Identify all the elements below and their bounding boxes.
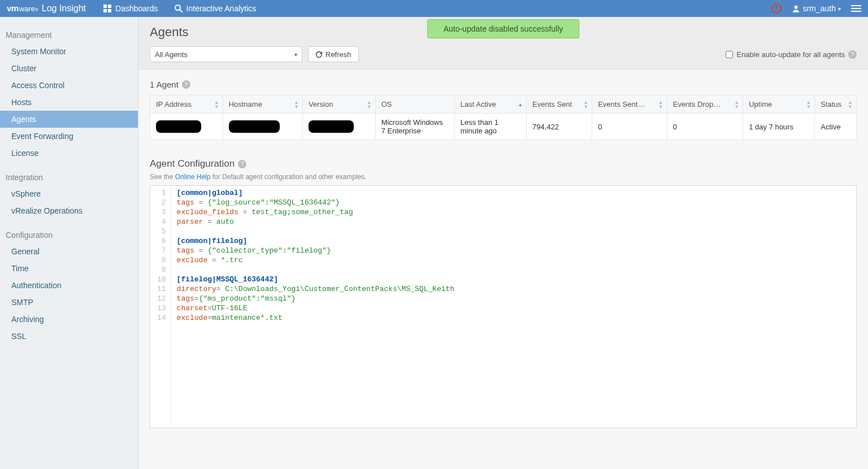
col-eventssent[interactable]: Events Sent▲▼ [527, 95, 592, 114]
user-menu[interactable]: srm_auth ▾ [792, 4, 841, 13]
sidebar-item-authentication[interactable]: Authentication [0, 277, 138, 294]
code-l3v: test_tag;some_other_tag [251, 208, 353, 216]
sidebar-item-agents[interactable]: Agents [0, 111, 138, 128]
svg-rect-2 [103, 9, 107, 12]
help-icon[interactable]: ? [182, 80, 190, 89]
cell-events-sent2: 0 [592, 114, 667, 140]
brand-ware: ware [19, 5, 35, 13]
sidebar-item-access-control[interactable]: Access Control [0, 77, 138, 94]
refresh-icon [315, 51, 323, 58]
nav-analytics-label: Interactive Analytics [186, 4, 257, 13]
sidebar-item-archiving[interactable]: Archiving [0, 311, 138, 328]
brand-logo: vmware® Log Insight [7, 3, 86, 14]
code-l12v: {"ms_product":"mssql"} [199, 294, 296, 303]
nav-dashboards[interactable]: Dashboards [103, 4, 158, 13]
code-l11k: directory [177, 285, 216, 293]
col-eventsdrop[interactable]: Events Drop…▲▼ [667, 95, 743, 114]
sort-icon: ▲▼ [294, 100, 299, 109]
code-l8k: exclude [177, 256, 208, 264]
code-l6: [common|filelog] [177, 237, 248, 245]
sidebar-item-hosts[interactable]: Hosts [0, 94, 138, 111]
code-l13k: charset [177, 304, 208, 312]
brand-reg: ® [35, 7, 38, 12]
cell-status: Active [815, 114, 857, 140]
agent-count: 1 Agent [150, 80, 179, 89]
sidebar-item-vrealize[interactable]: vRealize Operations [0, 202, 138, 219]
nav-analytics[interactable]: Interactive Analytics [174, 4, 257, 13]
editor-code[interactable]: [common|global] tags = {"log_source":"MS… [171, 186, 461, 428]
code-l12k: tags [177, 294, 194, 303]
caret-down-icon: ▾ [838, 6, 841, 12]
code-l2v: {"log_source":"MSSQL_1636442"} [207, 198, 340, 207]
svg-rect-0 [103, 5, 107, 8]
main: Auto-update disabled successfully Agents… [138, 17, 868, 469]
table-row[interactable]: Microsoft Windows 7 Enterprise Less than… [150, 114, 857, 140]
hamburger-menu[interactable] [851, 3, 861, 14]
code-l4v: auto [216, 218, 234, 226]
col-version-label: Version [309, 100, 333, 108]
sidebar-item-cluster[interactable]: Cluster [0, 60, 138, 77]
sidebar-item-smtp[interactable]: SMTP [0, 294, 138, 311]
dashboard-icon [103, 4, 112, 13]
sidebar-item-general[interactable]: General [0, 243, 138, 260]
col-eventssent2[interactable]: Events Sent…▲▼ [592, 95, 667, 114]
auto-update-label: Enable auto-update for all agents [736, 50, 845, 59]
redacted-ip [156, 120, 201, 133]
code-l4k: parser [177, 218, 203, 226]
sidebar-group-configuration: Configuration [0, 227, 138, 243]
help-icon[interactable]: ? [848, 50, 857, 59]
col-ip[interactable]: IP Address▲▼ [150, 95, 223, 114]
cell-os: Microsoft Windows 7 Enterprise [375, 114, 454, 140]
refresh-button[interactable]: Refresh [308, 46, 359, 62]
help-icon[interactable]: ? [238, 160, 246, 168]
svg-rect-3 [108, 9, 111, 12]
col-os[interactable]: OS [375, 95, 454, 114]
code-l13v: UTF-16LE [212, 304, 247, 312]
sort-icon: ▲▼ [806, 100, 811, 109]
col-hostname[interactable]: Hostname▲▼ [223, 95, 302, 114]
sidebar-group-integration: Integration [0, 170, 138, 185]
code-l1: [common|global] [177, 189, 243, 197]
refresh-label: Refresh [326, 50, 351, 59]
sort-icon: ▲▼ [367, 100, 372, 109]
cell-events-sent: 794,422 [527, 114, 592, 140]
code-l10: [filelog|MSSQL_1636442] [177, 275, 278, 284]
cell-uptime: 1 day 7 hours [743, 114, 815, 140]
agent-config-title: Agent Configuration [150, 158, 235, 170]
agent-filter-dropdown[interactable]: All Agents ▾ [150, 46, 302, 62]
nav-dashboards-label: Dashboards [115, 4, 158, 13]
cell-events-drop: 0 [667, 114, 743, 140]
auto-update-checkbox[interactable] [726, 51, 733, 58]
redacted-version [309, 120, 354, 133]
agents-table: IP Address▲▼ Hostname▲▼ Version▲▼ OS Las… [150, 95, 857, 140]
col-eventssent-label: Events Sent [532, 100, 572, 108]
svg-line-5 [180, 10, 183, 12]
sidebar-item-vsphere[interactable]: vSphere [0, 185, 138, 202]
col-os-label: OS [381, 100, 392, 108]
sidebar-item-system-monitor[interactable]: System Monitor [0, 43, 138, 60]
col-uptime-label: Uptime [749, 100, 772, 108]
sidebar-item-ssl[interactable]: SSL [0, 328, 138, 345]
code-l11v: C:\Downloads_Yogi\Customer_ContentPacks\… [225, 285, 454, 293]
config-editor[interactable]: 1234567891011121314 [common|global] tags… [150, 185, 857, 428]
sub-post: for Default agent configuration and othe… [210, 173, 366, 181]
sort-icon: ▲▼ [214, 100, 219, 109]
sidebar-item-license[interactable]: License [0, 145, 138, 162]
search-icon [174, 4, 183, 13]
col-version[interactable]: Version▲▼ [303, 95, 376, 114]
col-ip-label: IP Address [156, 100, 192, 108]
col-uptime[interactable]: Uptime▲▼ [743, 95, 815, 114]
sidebar-item-time[interactable]: Time [0, 260, 138, 277]
online-help-link[interactable]: Online Help [175, 173, 211, 181]
alert-icon[interactable]: ! [771, 3, 782, 14]
col-lastactive[interactable]: Last Active▲ [454, 95, 526, 114]
editor-gutter: 1234567891011121314 [150, 186, 171, 428]
sort-icon: ▲▼ [848, 100, 853, 109]
sidebar-group-management: Management [0, 27, 138, 43]
toast-success: Auto-update disabled successfully [427, 19, 580, 38]
col-status[interactable]: Status▲▼ [815, 95, 857, 114]
agent-config-sub: See the Online Help for Default agent co… [150, 173, 857, 181]
sidebar-item-event-forwarding[interactable]: Event Forwarding [0, 128, 138, 145]
sub-pre: See the [150, 173, 175, 181]
code-l2k: tags [177, 198, 194, 207]
